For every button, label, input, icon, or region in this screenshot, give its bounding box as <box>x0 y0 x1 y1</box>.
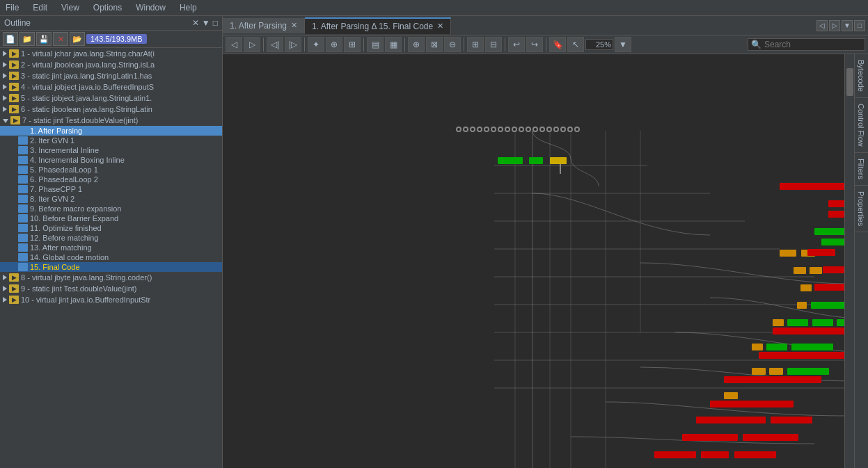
select-button[interactable]: ↖ <box>567 37 584 52</box>
node-mix2 <box>752 343 833 353</box>
node-r10 <box>724 376 821 383</box>
search-box: 🔍 <box>748 38 865 51</box>
tab-after-parsing[interactable]: 1. After Parsing ✕ <box>223 18 305 33</box>
tab-diff[interactable]: 1. After Parsing Δ 15. Final Code ✕ <box>305 17 451 34</box>
sync-button[interactable]: ⊞ <box>344 37 361 52</box>
undo-button[interactable]: ↩ <box>508 37 525 52</box>
tree-item-item9[interactable]: ▶9 - static jint Test.doubleValue(jint) <box>0 283 222 294</box>
filters-panel-tab[interactable]: Filters <box>855 153 868 186</box>
fit-left-button[interactable]: ◁| <box>267 37 283 52</box>
tree-item-phase3[interactable]: 3. Incremental Inline <box>0 145 222 155</box>
tree-item-phase14[interactable]: 14. Global code motion <box>0 252 222 262</box>
redo-button[interactable]: ↪ <box>526 37 543 52</box>
zoom-in-button[interactable]: ⊕ <box>408 37 425 52</box>
tab-prev-button[interactable]: ◁ <box>816 20 828 31</box>
tree-item-phase15[interactable]: 15. Final Code <box>0 262 222 272</box>
grid2-button[interactable]: ▦ <box>385 37 402 52</box>
tree-item-item7[interactable]: ▶7 - static jint Test.doubleValue(jint) <box>0 115 222 126</box>
tree-item-phase8[interactable]: 8. Iter GVN 2 <box>0 194 222 204</box>
tree-item-phase10[interactable]: 10. Before Barrier Expand <box>0 213 222 223</box>
outline-delete-button[interactable]: ✕ <box>53 32 68 46</box>
tab-diff-close[interactable]: ✕ <box>437 22 443 31</box>
zoom-dropdown-button[interactable]: ▼ <box>615 37 631 52</box>
tree-item-phase7[interactable]: 7. PhaseCPP 1 <box>0 184 222 194</box>
menu-options[interactable]: Options <box>90 1 125 14</box>
menubar: File Edit View Options Window Help <box>0 0 868 16</box>
zoom-fit-button[interactable]: ⊠ <box>426 37 443 52</box>
tree-item-item10[interactable]: ▶10 - virtual jint java.io.BufferedInput… <box>0 294 222 305</box>
move-button[interactable]: ✦ <box>308 37 324 52</box>
tree-item-phase2[interactable]: 2. Iter GVN 1 <box>0 136 222 145</box>
zoom-out-button[interactable]: ⊖ <box>444 37 461 52</box>
bytecode-panel-tab[interactable]: Bytecode <box>855 54 868 98</box>
phase-icon <box>18 175 28 184</box>
node-r8 <box>773 328 844 334</box>
tab-after-parsing-close[interactable]: ✕ <box>291 21 297 30</box>
tab-next-button[interactable]: ▷ <box>829 20 840 31</box>
tree-item-label: 11. Optimize finished <box>30 224 102 232</box>
tree-item-phase12[interactable]: 12. Before matching <box>0 233 222 243</box>
outline-close-button[interactable]: ✕ <box>192 18 199 28</box>
tree-item-item1[interactable]: ▶1 - virtual jchar java.lang.String.char… <box>0 48 222 59</box>
menu-window[interactable]: Window <box>133 1 168 14</box>
tab-after-parsing-label: 1. After Parsing <box>230 21 287 31</box>
folder-icon: ▶ <box>9 105 19 113</box>
outline-save-button[interactable]: 💾 <box>36 32 52 46</box>
tree-item-phase1[interactable]: 1. After Parsing <box>0 126 222 136</box>
tree-item-item6[interactable]: ▶6 - static jboolean java.lang.StringLat… <box>0 104 222 115</box>
outline-new-button[interactable]: 📄 <box>3 32 18 46</box>
zoom-area-button[interactable]: ⊕ <box>326 37 342 52</box>
scrollbar-thumb[interactable] <box>846 68 853 96</box>
tree-item-item8[interactable]: ▶8 - virtual jbyte java.lang.String.code… <box>0 272 222 283</box>
tree-item-label: 5. PhasedealLoop 1 <box>30 166 98 174</box>
tree-item-phase9[interactable]: 9. Before macro expansion <box>0 204 222 213</box>
tree-item-item5[interactable]: ▶5 - static jobject java.lang.StringLati… <box>0 92 222 104</box>
memory-badge: 143.5/193.9MB <box>86 34 147 44</box>
menu-file[interactable]: File <box>3 1 22 14</box>
tree-item-label: 6 - static jboolean java.lang.StringLati… <box>21 105 152 113</box>
node-g2 <box>529 157 543 164</box>
tree-item-phase5[interactable]: 5. PhasedealLoop 1 <box>0 165 222 175</box>
phase-icon <box>18 195 28 203</box>
zoom-input[interactable] <box>585 39 613 50</box>
phase-icon <box>18 166 28 174</box>
tree-item-phase13[interactable]: 13. After matching <box>0 243 222 252</box>
outline-open-button[interactable]: 📁 <box>19 32 35 46</box>
properties-panel-tab[interactable]: Properties <box>855 186 868 232</box>
tree-item-phase4[interactable]: 4. Incremental Boxing Inline <box>0 155 222 165</box>
outline-folder-button[interactable]: 📂 <box>70 32 85 46</box>
tree-item-phase6[interactable]: 6. PhasedealLoop 2 <box>0 175 222 184</box>
tab-bar: 1. After Parsing ✕ 1. After Parsing Δ 15… <box>223 16 868 35</box>
outline-maximize-button[interactable]: □ <box>213 18 218 28</box>
tree-item-item2[interactable]: ▶2 - virtual jboolean java.lang.String.i… <box>0 59 222 70</box>
tree-item-item4[interactable]: ▶4 - virtual jobject java.io.BufferedInp… <box>0 81 222 92</box>
fit-right-button[interactable]: |▷ <box>285 37 301 52</box>
menu-help[interactable]: Help <box>177 1 200 14</box>
node-r3 <box>828 211 844 218</box>
prev-diff-button[interactable]: ◁ <box>226 37 242 52</box>
node-g3 <box>814 228 844 235</box>
node-g4 <box>821 239 844 245</box>
tree-item-item3[interactable]: ▶3 - static jint java.lang.StringLatin1.… <box>0 70 222 81</box>
tab-list-button[interactable]: ▼ <box>842 20 853 31</box>
vertical-scrollbar[interactable] <box>844 54 854 468</box>
graph-area[interactable] <box>223 54 844 468</box>
search-input[interactable] <box>764 40 862 49</box>
tab-diff-label: 1. After Parsing Δ 15. Final Code <box>312 22 433 31</box>
menu-view[interactable]: View <box>58 1 82 14</box>
expand-button[interactable]: ⊞ <box>467 37 484 52</box>
collapse-button[interactable]: ⊟ <box>485 37 502 52</box>
control-flow-panel-tab[interactable]: Control Flow <box>855 98 868 153</box>
outline-menu-button[interactable]: ▼ <box>202 18 210 28</box>
bookmark-button[interactable]: 🔖 <box>549 37 566 52</box>
phase-icon <box>18 263 28 271</box>
grid1-button[interactable]: ▤ <box>367 37 384 52</box>
next-diff-button[interactable]: ▷ <box>244 37 260 52</box>
tree-item-label: 2 - virtual jboolean java.lang.String.is… <box>21 60 155 69</box>
tab-close-all-button[interactable]: □ <box>854 20 865 31</box>
menu-edit[interactable]: Edit <box>30 1 50 14</box>
tree-item-label: 8 - virtual jbyte java.lang.String.coder… <box>21 273 152 282</box>
tree-item-label: 13. After matching <box>30 243 92 252</box>
zoom-control: ▼ <box>585 37 631 52</box>
tree-item-phase11[interactable]: 11. Optimize finished <box>0 223 222 233</box>
